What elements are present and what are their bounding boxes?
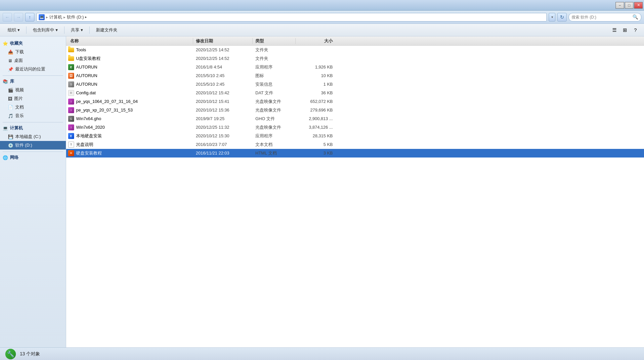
sidebar-divider-2 xyxy=(3,122,63,122)
address-dropdown-button[interactable]: ▾ xyxy=(549,13,555,22)
computer-icon: 💻 xyxy=(39,14,45,20)
sidebar-item-download[interactable]: 📥 下载 xyxy=(0,48,66,56)
file-icon: S xyxy=(67,81,75,87)
sidebar-item-music[interactable]: 🎵 音乐 xyxy=(0,112,66,120)
sidebar-item-drive-d[interactable]: 💿 软件 (D:) xyxy=(0,141,66,150)
help-button[interactable]: ? xyxy=(631,26,640,34)
file-date: 2016/11/21 22:03 xyxy=(193,151,253,156)
close-button[interactable]: ✕ xyxy=(634,2,643,9)
col-name-header[interactable]: 名称 xyxy=(67,38,193,44)
file-type: 图标 xyxy=(253,73,296,79)
sidebar-computer-header[interactable]: 💻 计算机 xyxy=(0,124,66,132)
table-row[interactable]: I pe_yqs_xp_20_07_31_15_53 2020/10/12 15… xyxy=(66,106,644,114)
file-size: 28,315 KB xyxy=(296,133,335,138)
file-list: Tools 2020/12/25 14:52 文件夹 U盘安装教程 2020/1… xyxy=(66,46,644,347)
col-size-header[interactable]: 大小 xyxy=(296,38,335,44)
table-row[interactable]: 🖼 AUTORUN 2015/5/10 2:45 图标 10 KB xyxy=(66,71,644,80)
sidebar-item-video[interactable]: 🎬 视频 xyxy=(0,86,66,94)
up-button[interactable]: ↑ xyxy=(25,13,34,22)
maximize-button[interactable]: □ xyxy=(625,2,633,9)
back-button[interactable]: ← xyxy=(3,13,12,22)
favorites-label: 收藏夹 xyxy=(10,40,23,46)
file-icon xyxy=(67,56,75,61)
sidebar-favorites-header[interactable]: ⭐ 收藏夹 xyxy=(0,39,66,48)
file-icon: I xyxy=(67,99,75,105)
search-input[interactable] xyxy=(572,15,631,20)
file-date: 2020/10/12 15:30 xyxy=(193,133,253,138)
file-icon: D xyxy=(67,90,75,96)
sidebar-network-header[interactable]: 🌐 网络 xyxy=(0,153,66,162)
view-toggle-button[interactable]: ⊞ xyxy=(620,26,629,34)
refresh-button[interactable]: ↻ xyxy=(557,13,567,22)
file-date: 2020/12/25 14:52 xyxy=(193,47,253,52)
file-name: Win7x64_2020 xyxy=(76,125,193,130)
forward-button[interactable]: → xyxy=(14,13,23,22)
picture-label: 图片 xyxy=(14,96,23,102)
include-in-lib-button[interactable]: 包含到库中 ▾ xyxy=(29,25,62,35)
drive-d-label: 软件 (D:) xyxy=(15,142,32,148)
col-date-header[interactable]: 修改日期 xyxy=(193,38,253,44)
sidebar-section-favorites: ⭐ 收藏夹 📥 下载 🖥 桌面 📌 最近访问的位置 xyxy=(0,39,66,73)
addressbar: ← → ↑ 💻 ▸ 计算机 ▸ 软件 (D:) ▸ ▾ ↻ 🔍 xyxy=(0,11,644,24)
table-row[interactable]: I pe_yqs_1064_20_07_31_16_04 2020/10/12 … xyxy=(66,97,644,106)
table-row[interactable]: T 光盘说明 2016/10/23 7:07 文本文档 5 KB xyxy=(66,140,644,149)
address-breadcrumb[interactable]: 💻 ▸ 计算机 ▸ 软件 (D:) ▸ xyxy=(36,13,547,22)
table-row[interactable]: H 硬盘安装教程 2016/11/21 22:03 HTML 文档 3 KB xyxy=(66,149,644,158)
table-row[interactable]: G Win7x64.gho 2019/9/7 19:25 GHO 文件 2,90… xyxy=(66,114,644,123)
sidebar: ⭐ 收藏夹 📥 下载 🖥 桌面 📌 最近访问的位置 📚 库 xyxy=(0,36,66,347)
library-label: 库 xyxy=(10,78,14,84)
music-label: 音乐 xyxy=(15,113,24,119)
col-type-header[interactable]: 类型 xyxy=(253,38,296,44)
file-size: 10 KB xyxy=(296,73,335,78)
toolbar: 组织 ▾ 包含到库中 ▾ 共享 ▾ 新建文件夹 ☰ ⊞ ? xyxy=(0,24,644,36)
file-name: 硬盘安装教程 xyxy=(76,150,193,156)
file-type: 文件夹 xyxy=(253,47,296,53)
file-icon: 🖼 xyxy=(67,73,75,79)
music-icon: 🎵 xyxy=(8,113,13,118)
column-header: 名称 修改日期 类型 大小 xyxy=(66,36,644,46)
recent-label: 最近访问的位置 xyxy=(15,66,45,72)
star-icon: ⭐ xyxy=(3,41,8,46)
sidebar-library-header[interactable]: 📚 库 xyxy=(0,77,66,86)
video-label: 视频 xyxy=(15,87,24,93)
file-name: AUTORUN xyxy=(76,65,193,69)
status-count: 13 个对象 xyxy=(20,351,40,357)
file-area: 名称 修改日期 类型 大小 Tools 2020/12/25 14:52 文件夹… xyxy=(66,36,644,347)
sidebar-section-network: 🌐 网络 xyxy=(0,153,66,162)
download-label: 下载 xyxy=(15,49,24,55)
table-row[interactable]: U盘安装教程 2020/12/25 14:52 文件夹 xyxy=(66,54,644,63)
video-icon: 🎬 xyxy=(8,88,13,93)
new-folder-label: 新建文件夹 xyxy=(96,27,117,33)
new-folder-button[interactable]: 新建文件夹 xyxy=(92,25,121,35)
file-size: 36 KB xyxy=(296,90,335,95)
sidebar-item-recent[interactable]: 📌 最近访问的位置 xyxy=(0,65,66,73)
status-app-icon: 🔧 xyxy=(5,349,16,359)
sidebar-section-computer: 💻 计算机 💾 本地磁盘 (C:) 💿 软件 (D:) xyxy=(0,124,66,150)
minimize-button[interactable]: − xyxy=(616,2,624,9)
sidebar-item-picture[interactable]: 🖼 图片 xyxy=(0,94,66,103)
file-date: 2020/12/25 11:32 xyxy=(193,125,253,130)
table-row[interactable]: S AUTORUN 2015/5/10 2:45 安装信息 1 KB xyxy=(66,80,644,89)
file-date: 2020/10/12 15:36 xyxy=(193,108,253,112)
file-size: 652,072 KB xyxy=(296,99,335,104)
file-name: pe_yqs_1064_20_07_31_16_04 xyxy=(76,99,193,104)
file-date: 2020/10/12 15:42 xyxy=(193,90,253,95)
sidebar-item-desktop[interactable]: 🖥 桌面 xyxy=(0,56,66,65)
search-icon[interactable]: 🔍 xyxy=(632,14,638,20)
share-arrow-icon: ▾ xyxy=(81,27,83,32)
file-icon: I xyxy=(67,124,75,130)
recent-icon: 📌 xyxy=(8,67,13,72)
view-mode-button[interactable]: ☰ xyxy=(610,26,619,34)
table-row[interactable]: Tools 2020/12/25 14:52 文件夹 xyxy=(66,46,644,54)
table-row[interactable]: I Win7x64_2020 2020/12/25 11:32 光盘映像文件 3… xyxy=(66,123,644,132)
file-size: 279,696 KB xyxy=(296,108,335,112)
file-icon: H xyxy=(67,150,75,156)
organize-button[interactable]: 组织 ▾ xyxy=(4,25,23,35)
table-row[interactable]: D Config.dat 2020/10/12 15:42 DAT 文件 36 … xyxy=(66,89,644,97)
table-row[interactable]: E 本地硬盘安装 2020/10/12 15:30 应用程序 28,315 KB xyxy=(66,132,644,140)
sidebar-item-doc[interactable]: 📄 文档 xyxy=(0,103,66,112)
table-row[interactable]: E AUTORUN 2016/1/8 4:54 应用程序 1,926 KB xyxy=(66,63,644,71)
file-date: 2016/10/23 7:07 xyxy=(193,142,253,147)
sidebar-item-drive-c[interactable]: 💾 本地磁盘 (C:) xyxy=(0,132,66,141)
share-button[interactable]: 共享 ▾ xyxy=(67,25,87,35)
